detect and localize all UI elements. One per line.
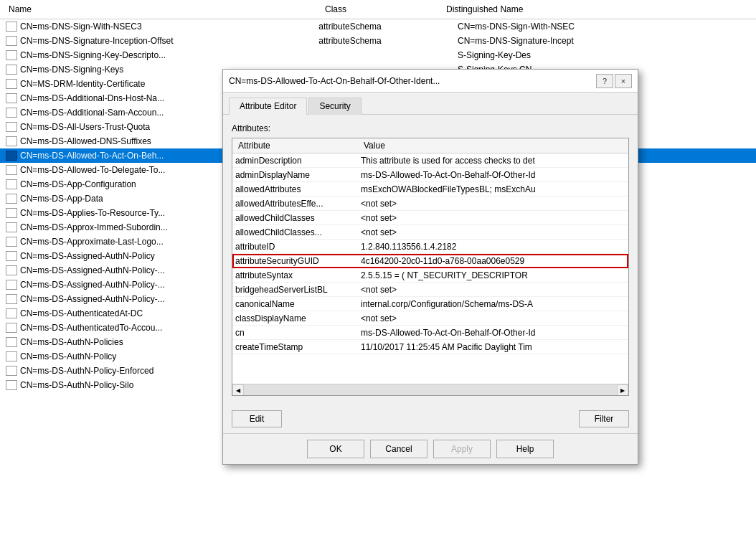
dialog-body: Attributes: Attribute Value adminDescrip… xyxy=(223,115,638,405)
attr-header-attribute: Attribute xyxy=(235,141,361,151)
horizontal-scrollbar[interactable]: ◀ ▶ xyxy=(232,384,628,395)
attr-row[interactable]: attributeSyntax2.5.5.15 = ( NT_SECURITY_… xyxy=(232,268,628,283)
attr-value: 1.2.840.113556.1.4.2182 xyxy=(361,242,625,252)
attr-header-value: Value xyxy=(361,141,614,151)
attr-name: attributeSecurityGUID xyxy=(235,256,361,266)
attr-row[interactable]: allowedAttributesEffe...<not set> xyxy=(232,197,628,211)
attr-row[interactable]: allowedChildClasses...<not set> xyxy=(232,225,628,240)
close-button[interactable]: × xyxy=(615,74,632,88)
dialog-footer: OK Cancel Apply Help xyxy=(223,433,638,464)
attr-value: <not set> xyxy=(361,285,625,295)
dialog-title: CN=ms-DS-Allowed-To-Act-On-Behalf-Of-Oth… xyxy=(229,76,596,86)
attr-row[interactable]: createTimeStamp11/10/2017 11:25:45 AM Pa… xyxy=(232,340,628,354)
attr-name: allowedChildClasses xyxy=(235,213,361,223)
attr-name: adminDisplayName xyxy=(235,170,361,180)
attr-row[interactable]: attributeSecurityGUID4c164200-20c0-11d0-… xyxy=(232,254,628,268)
attr-value: internal.corp/Configuration/Schema/ms-DS… xyxy=(361,299,625,309)
attr-row[interactable]: canonicalNameinternal.corp/Configuration… xyxy=(232,297,628,311)
attr-value: 11/10/2017 11:25:45 AM Pacific Daylight … xyxy=(361,342,625,352)
attr-value: <not set> xyxy=(361,199,625,209)
attr-table-header: Attribute Value xyxy=(232,138,628,153)
attribute-table: Attribute Value adminDescriptionThis att… xyxy=(232,138,629,396)
attr-name: allowedAttributes xyxy=(235,184,361,194)
properties-dialog: CN=ms-DS-Allowed-To-Act-On-Behalf-Of-Oth… xyxy=(222,69,638,465)
attr-row[interactable]: bridgeheadServerListBL<not set> xyxy=(232,283,628,297)
modal-overlay: CN=ms-DS-Allowed-To-Act-On-Behalf-Of-Oth… xyxy=(0,0,756,558)
scroll-left-btn[interactable]: ◀ xyxy=(232,384,244,396)
attr-value: This attribute is used for access checks… xyxy=(361,156,625,166)
attr-value: ms-DS-Allowed-To-Act-On-Behalf-Of-Other-… xyxy=(361,328,625,338)
attr-row[interactable]: allowedAttributesmsExchOWABlockedFileTyp… xyxy=(232,182,628,197)
scroll-placeholder xyxy=(614,141,625,151)
attr-value: <not set> xyxy=(361,227,625,237)
attr-value: msExchOWABlockedFileTypesBL; msExchAu xyxy=(361,184,625,194)
attr-table-body[interactable]: adminDescriptionThis attribute is used f… xyxy=(232,153,628,384)
ok-button[interactable]: OK xyxy=(307,440,364,458)
tab-attribute-editor[interactable]: Attribute Editor xyxy=(229,98,307,115)
attr-name: allowedChildClasses... xyxy=(235,227,361,237)
attr-name: attributeSyntax xyxy=(235,270,361,280)
attr-name: canonicalName xyxy=(235,299,361,309)
title-buttons: ? × xyxy=(596,74,632,88)
help-button[interactable]: Help xyxy=(496,440,554,458)
filter-button[interactable]: Filter xyxy=(579,410,629,427)
dialog-titlebar: CN=ms-DS-Allowed-To-Act-On-Behalf-Of-Oth… xyxy=(223,70,638,93)
attr-name: classDisplayName xyxy=(235,313,361,323)
attr-name: cn xyxy=(235,328,361,338)
attr-name: adminDescription xyxy=(235,156,361,166)
attributes-label: Attributes: xyxy=(232,123,629,133)
attr-row[interactable]: cnms-DS-Allowed-To-Act-On-Behalf-Of-Othe… xyxy=(232,326,628,340)
attr-name: createTimeStamp xyxy=(235,342,361,352)
edit-button[interactable]: Edit xyxy=(232,410,282,427)
attr-value: <not set> xyxy=(361,313,625,323)
scroll-right-btn[interactable]: ▶ xyxy=(617,384,628,396)
attr-row[interactable]: adminDisplayNamems-DS-Allowed-To-Act-On-… xyxy=(232,168,628,182)
cancel-button[interactable]: Cancel xyxy=(370,440,427,458)
attr-name: attributeID xyxy=(235,242,361,252)
action-buttons-row: Edit Filter xyxy=(223,405,638,433)
attr-name: allowedAttributesEffe... xyxy=(235,199,361,209)
attr-value: <not set> xyxy=(361,213,625,223)
attr-row[interactable]: attributeID1.2.840.113556.1.4.2182 xyxy=(232,240,628,254)
attr-value: 2.5.5.15 = ( NT_SECURITY_DESCRIPTOR xyxy=(361,270,625,280)
attr-name: bridgeheadServerListBL xyxy=(235,285,361,295)
attr-value: 4c164200-20c0-11d0-a768-00aa006e0529 xyxy=(361,256,625,266)
apply-button[interactable]: Apply xyxy=(433,440,491,458)
tab-bar: Attribute EditorSecurity xyxy=(223,93,638,115)
scroll-track[interactable] xyxy=(244,384,617,396)
attr-row[interactable]: adminDescriptionThis attribute is used f… xyxy=(232,153,628,168)
attr-row[interactable]: allowedChildClasses<not set> xyxy=(232,211,628,225)
attr-row[interactable]: classDisplayName<not set> xyxy=(232,311,628,326)
help-icon-button[interactable]: ? xyxy=(596,74,613,88)
tab-security[interactable]: Security xyxy=(308,98,361,115)
attr-value: ms-DS-Allowed-To-Act-On-Behalf-Of-Other-… xyxy=(361,170,625,180)
